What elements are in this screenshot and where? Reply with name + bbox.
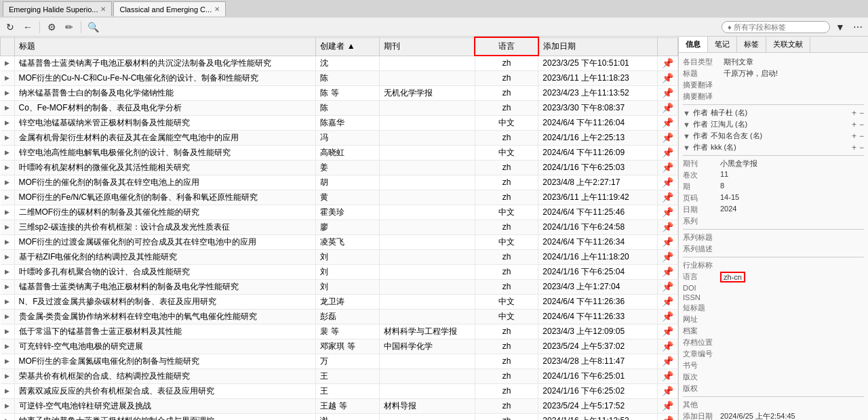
row-action-icon[interactable]: 📌 (658, 354, 678, 369)
row-action-icon[interactable]: 📌 (658, 383, 678, 398)
tag-plus-button[interactable]: + (852, 131, 856, 141)
tag-minus-button[interactable]: − (859, 120, 864, 129)
row-action-icon[interactable]: 📌 (658, 160, 678, 175)
table-row[interactable]: ▶N、F及过渡金属共掺杂碳材料的制备、表征及应用研究龙卫涛中文2024/6/4 … (1, 294, 678, 309)
table-row[interactable]: ▶二维MOF衍生的碳材料的制备及其催化性能的研究霍美珍中文2024/6/4 下午… (1, 205, 678, 219)
tag-toggle[interactable]: ▼ (683, 132, 690, 140)
row-action-icon[interactable]: 📌 (658, 249, 678, 264)
row-action-icon[interactable]: 📌 (658, 324, 678, 339)
table-row[interactable]: ▶锰基普鲁士蓝类钠离子电池正极材料的共沉淀法制备及电化学性能研究沈zh2023/… (1, 56, 678, 70)
row-action-icon[interactable]: 📌 (658, 309, 678, 324)
bookmark-icon[interactable]: 📌 (662, 72, 673, 83)
bookmark-icon[interactable]: 📌 (662, 192, 673, 203)
col-language[interactable]: 语言 (475, 37, 538, 56)
row-action-icon[interactable]: 📌 (658, 130, 678, 145)
edit-button[interactable]: ✏ (62, 20, 77, 35)
search-input[interactable] (722, 21, 830, 33)
table-row[interactable]: ▶可充锌锌-空气电池电极的研究进展邓家琪 等中国科学化学zh2023/5/24 … (1, 339, 678, 354)
bookmark-icon[interactable]: 📌 (662, 371, 673, 381)
bookmark-icon[interactable]: 📌 (662, 356, 673, 366)
bookmark-icon[interactable]: 📌 (662, 132, 673, 143)
bookmark-icon[interactable]: 📌 (662, 415, 673, 420)
table-row[interactable]: ▶MOF衍生的Cu-N-C和Cu-Fe-N-C电催化剂的设计、制备和性能研究陈z… (1, 70, 678, 85)
back-button[interactable]: ← (20, 20, 35, 35)
table-row[interactable]: ▶锰基普鲁士蓝类钠离子电池正极材料的制备及电化学性能研究刘zh2023/4/3 … (1, 279, 678, 294)
panel-tab-related[interactable]: 关联文献 (766, 37, 810, 52)
tag-minus-button[interactable]: − (859, 131, 864, 141)
row-action-icon[interactable]: 📌 (658, 413, 678, 420)
panel-tab-tags[interactable]: 标签 (737, 37, 766, 52)
table-row[interactable]: ▶MOF衍生的非金属氮碳电催化剂的制备与性能研究万zh2023/4/28 上午8… (1, 354, 678, 369)
row-action-icon[interactable]: 📌 (658, 234, 678, 249)
row-action-icon[interactable]: 📌 (658, 279, 678, 294)
row-action-icon[interactable]: 📌 (658, 115, 678, 130)
search-small-button[interactable]: 🔍 (85, 20, 100, 35)
table-row[interactable]: ▶贵金属-类贵金属协作纳米材料在锌空电池中的氧气电催化性能研究彭磊中文2024/… (1, 309, 678, 324)
table-row[interactable]: ▶可逆锌-空气电池锌柱研究进展及挑战王越 等材料导报zh2023/5/24 上午… (1, 398, 678, 413)
tag-plus-button[interactable]: + (852, 108, 856, 118)
more-button[interactable]: ⋯ (850, 20, 865, 35)
tab-2[interactable]: Classical and Emerging C... ✕ (113, 1, 226, 16)
row-action-icon[interactable]: 📌 (658, 369, 678, 383)
row-action-icon[interactable]: 📌 (658, 398, 678, 413)
col-title[interactable]: 标题 (14, 37, 316, 56)
table-row[interactable]: ▶纳米锰基普鲁士白的制备及电化学储钠性能陈 等无机化学学报zh2023/4/23… (1, 85, 678, 100)
table-row[interactable]: ▶Co、Fe-MOF材料的制备、表征及电化学分析陈zh2023/3/30 下午8… (1, 100, 678, 115)
table-row[interactable]: ▶锌空电池高性能电解氧电极催化剂的设计、制备及性能研究高晓虹中文2024/6/4… (1, 145, 678, 160)
tag-minus-button[interactable]: − (859, 143, 864, 152)
panel-tab-notes[interactable]: 笔记 (708, 37, 737, 52)
row-action-icon[interactable]: 📌 (658, 339, 678, 354)
tab-2-close[interactable]: ✕ (214, 5, 220, 13)
tag-toggle[interactable]: ▼ (683, 144, 690, 152)
table-row[interactable]: ▶叶嘌呤多孔有机聚合物的设计、合成及性能研究刘zh2024/1/16 下午6:2… (1, 264, 678, 279)
bookmark-icon[interactable]: 📌 (662, 58, 673, 68)
tab-1[interactable]: Emerging Halide Superio... ✕ (3, 1, 112, 16)
settings-button[interactable]: ⚙ (44, 20, 59, 35)
row-action-icon[interactable]: 📌 (658, 85, 678, 100)
table-row[interactable]: ▶锌空电池锰基碳纳米管正极材料制备及性能研究陈嘉华中文2024/6/4 下午11… (1, 115, 678, 130)
row-action-icon[interactable]: 📌 (658, 56, 678, 70)
col-date[interactable]: 添加日期 (538, 37, 658, 56)
table-row[interactable]: ▶MOF衍生的过渡金属碳催化剂的可控合成及其在锌空电池中的应用凌英飞中文2024… (1, 234, 678, 249)
row-action-icon[interactable]: 📌 (658, 70, 678, 85)
tab-1-close[interactable]: ✕ (100, 5, 106, 13)
table-row[interactable]: ▶茜素双减应反应的共价有机框架合成、表征及应用研究王zh2024/1/16 下午… (1, 383, 678, 398)
table-row[interactable]: ▶MOF衍生的Fe/N/C氧还原电催化剂的制备、利备和氧还原性能研究黄zh202… (1, 190, 678, 205)
bookmark-icon[interactable]: 📌 (662, 177, 673, 188)
panel-tab-info[interactable]: 信息 (679, 37, 708, 52)
table-row[interactable]: ▶基于秸ZIF电催化剂的结构调控及其性能研究刘zh2024/1/16 上午11:… (1, 249, 678, 264)
tag-minus-button[interactable]: − (859, 108, 864, 118)
bookmark-icon[interactable]: 📌 (662, 400, 673, 411)
row-action-icon[interactable]: 📌 (658, 219, 678, 234)
bookmark-icon[interactable]: 📌 (662, 207, 673, 217)
bookmark-icon[interactable]: 📌 (662, 341, 673, 352)
row-action-icon[interactable]: 📌 (658, 264, 678, 279)
row-action-icon[interactable]: 📌 (658, 100, 678, 115)
bookmark-icon[interactable]: 📌 (662, 162, 673, 173)
row-action-icon[interactable]: 📌 (658, 294, 678, 309)
row-action-icon[interactable]: 📌 (658, 175, 678, 190)
tag-toggle[interactable]: ▼ (683, 109, 690, 117)
tag-toggle[interactable]: ▼ (683, 121, 690, 129)
bookmark-icon[interactable]: 📌 (662, 281, 673, 292)
col-author[interactable]: 创建者 ▲ (316, 37, 380, 56)
row-action-icon[interactable]: 📌 (658, 205, 678, 219)
bookmark-icon[interactable]: 📌 (662, 385, 673, 396)
table-row[interactable]: ▶三维sp2-碳连接的共价有机框架：设计合成及发光性质表征廖zh2024/1/1… (1, 219, 678, 234)
bookmark-icon[interactable]: 📌 (662, 222, 673, 232)
row-action-icon[interactable]: 📌 (658, 190, 678, 205)
table-row[interactable]: ▶叶嘌呤有机架材料的微催化及其活性能相关研究姜zh2024/1/16 下午6:2… (1, 160, 678, 175)
tag-plus-button[interactable]: + (852, 120, 856, 129)
bookmark-icon[interactable]: 📌 (662, 326, 673, 337)
table-row[interactable]: ▶金属有机骨架衍生材料的表征及其在金属能空气电池中的应用冯zh2024/1/16… (1, 130, 678, 145)
table-row[interactable]: ▶低于常温下的锰基普鲁士蓝正极材料及其性能裴 等材料科学与工程学报zh2023/… (1, 324, 678, 339)
bookmark-icon[interactable]: 📌 (662, 102, 673, 113)
table-row[interactable]: ▶荣基共价有机框架的合成、结构调控及性能研究王zh2024/1/16 下午6:2… (1, 369, 678, 383)
bookmark-icon[interactable]: 📌 (662, 251, 673, 262)
bookmark-icon[interactable]: 📌 (662, 117, 673, 128)
col-journal[interactable]: 期刊 (380, 37, 475, 56)
refresh-button[interactable]: ↻ (3, 20, 18, 35)
bookmark-icon[interactable]: 📌 (662, 147, 673, 158)
tag-plus-button[interactable]: + (852, 143, 856, 152)
bookmark-icon[interactable]: 📌 (662, 311, 673, 322)
